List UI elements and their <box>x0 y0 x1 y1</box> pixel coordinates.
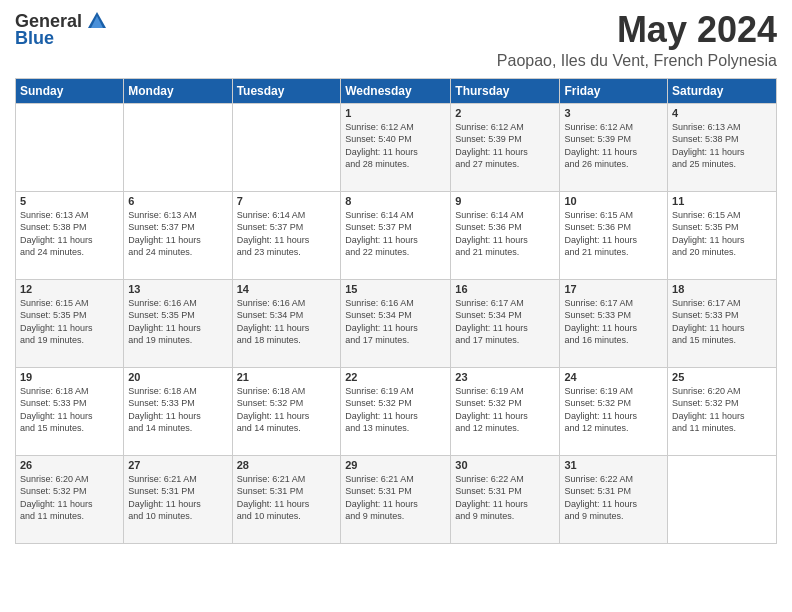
day-number: 19 <box>20 371 119 383</box>
calendar-cell: 10Sunrise: 6:15 AM Sunset: 5:36 PM Dayli… <box>560 191 668 279</box>
logo: General Blue <box>15 10 108 49</box>
calendar-week-0: 1Sunrise: 6:12 AM Sunset: 5:40 PM Daylig… <box>16 103 777 191</box>
header-monday: Monday <box>124 78 232 103</box>
day-info: Sunrise: 6:14 AM Sunset: 5:37 PM Dayligh… <box>345 209 446 259</box>
calendar-cell: 13Sunrise: 6:16 AM Sunset: 5:35 PM Dayli… <box>124 279 232 367</box>
day-info: Sunrise: 6:20 AM Sunset: 5:32 PM Dayligh… <box>672 385 772 435</box>
calendar-header-row: Sunday Monday Tuesday Wednesday Thursday… <box>16 78 777 103</box>
calendar-cell: 20Sunrise: 6:18 AM Sunset: 5:33 PM Dayli… <box>124 367 232 455</box>
day-info: Sunrise: 6:19 AM Sunset: 5:32 PM Dayligh… <box>564 385 663 435</box>
calendar-cell: 7Sunrise: 6:14 AM Sunset: 5:37 PM Daylig… <box>232 191 341 279</box>
logo-icon <box>86 10 108 32</box>
day-info: Sunrise: 6:17 AM Sunset: 5:33 PM Dayligh… <box>564 297 663 347</box>
month-title: May 2024 <box>497 10 777 50</box>
day-info: Sunrise: 6:15 AM Sunset: 5:35 PM Dayligh… <box>20 297 119 347</box>
calendar-cell: 29Sunrise: 6:21 AM Sunset: 5:31 PM Dayli… <box>341 455 451 543</box>
day-info: Sunrise: 6:18 AM Sunset: 5:32 PM Dayligh… <box>237 385 337 435</box>
day-info: Sunrise: 6:18 AM Sunset: 5:33 PM Dayligh… <box>20 385 119 435</box>
header-sunday: Sunday <box>16 78 124 103</box>
day-number: 7 <box>237 195 337 207</box>
header-friday: Friday <box>560 78 668 103</box>
day-info: Sunrise: 6:13 AM Sunset: 5:38 PM Dayligh… <box>20 209 119 259</box>
title-section: May 2024 Paopao, Iles du Vent, French Po… <box>497 10 777 70</box>
day-info: Sunrise: 6:21 AM Sunset: 5:31 PM Dayligh… <box>128 473 227 523</box>
day-number: 29 <box>345 459 446 471</box>
day-info: Sunrise: 6:16 AM Sunset: 5:34 PM Dayligh… <box>237 297 337 347</box>
header-saturday: Saturday <box>668 78 777 103</box>
day-number: 4 <box>672 107 772 119</box>
calendar-cell: 30Sunrise: 6:22 AM Sunset: 5:31 PM Dayli… <box>451 455 560 543</box>
calendar-cell: 12Sunrise: 6:15 AM Sunset: 5:35 PM Dayli… <box>16 279 124 367</box>
day-info: Sunrise: 6:16 AM Sunset: 5:35 PM Dayligh… <box>128 297 227 347</box>
day-info: Sunrise: 6:17 AM Sunset: 5:34 PM Dayligh… <box>455 297 555 347</box>
day-number: 21 <box>237 371 337 383</box>
day-number: 10 <box>564 195 663 207</box>
calendar-cell: 16Sunrise: 6:17 AM Sunset: 5:34 PM Dayli… <box>451 279 560 367</box>
calendar-cell <box>232 103 341 191</box>
calendar-cell: 24Sunrise: 6:19 AM Sunset: 5:32 PM Dayli… <box>560 367 668 455</box>
calendar-week-2: 12Sunrise: 6:15 AM Sunset: 5:35 PM Dayli… <box>16 279 777 367</box>
calendar: Sunday Monday Tuesday Wednesday Thursday… <box>15 78 777 544</box>
day-info: Sunrise: 6:15 AM Sunset: 5:36 PM Dayligh… <box>564 209 663 259</box>
calendar-cell: 14Sunrise: 6:16 AM Sunset: 5:34 PM Dayli… <box>232 279 341 367</box>
header-thursday: Thursday <box>451 78 560 103</box>
day-info: Sunrise: 6:20 AM Sunset: 5:32 PM Dayligh… <box>20 473 119 523</box>
day-info: Sunrise: 6:13 AM Sunset: 5:38 PM Dayligh… <box>672 121 772 171</box>
day-number: 31 <box>564 459 663 471</box>
day-number: 5 <box>20 195 119 207</box>
day-number: 11 <box>672 195 772 207</box>
day-info: Sunrise: 6:12 AM Sunset: 5:39 PM Dayligh… <box>564 121 663 171</box>
calendar-week-4: 26Sunrise: 6:20 AM Sunset: 5:32 PM Dayli… <box>16 455 777 543</box>
day-number: 23 <box>455 371 555 383</box>
day-info: Sunrise: 6:19 AM Sunset: 5:32 PM Dayligh… <box>455 385 555 435</box>
header-tuesday: Tuesday <box>232 78 341 103</box>
day-number: 18 <box>672 283 772 295</box>
day-number: 13 <box>128 283 227 295</box>
calendar-cell: 27Sunrise: 6:21 AM Sunset: 5:31 PM Dayli… <box>124 455 232 543</box>
day-number: 28 <box>237 459 337 471</box>
calendar-cell: 26Sunrise: 6:20 AM Sunset: 5:32 PM Dayli… <box>16 455 124 543</box>
day-number: 2 <box>455 107 555 119</box>
day-info: Sunrise: 6:18 AM Sunset: 5:33 PM Dayligh… <box>128 385 227 435</box>
day-info: Sunrise: 6:14 AM Sunset: 5:36 PM Dayligh… <box>455 209 555 259</box>
calendar-cell: 6Sunrise: 6:13 AM Sunset: 5:37 PM Daylig… <box>124 191 232 279</box>
day-number: 24 <box>564 371 663 383</box>
page: General Blue May 2024 Paopao, Iles du Ve… <box>0 0 792 612</box>
day-number: 15 <box>345 283 446 295</box>
calendar-cell: 2Sunrise: 6:12 AM Sunset: 5:39 PM Daylig… <box>451 103 560 191</box>
day-number: 8 <box>345 195 446 207</box>
calendar-cell: 18Sunrise: 6:17 AM Sunset: 5:33 PM Dayli… <box>668 279 777 367</box>
location: Paopao, Iles du Vent, French Polynesia <box>497 52 777 70</box>
day-number: 25 <box>672 371 772 383</box>
day-number: 27 <box>128 459 227 471</box>
calendar-cell: 31Sunrise: 6:22 AM Sunset: 5:31 PM Dayli… <box>560 455 668 543</box>
calendar-cell: 17Sunrise: 6:17 AM Sunset: 5:33 PM Dayli… <box>560 279 668 367</box>
header: General Blue May 2024 Paopao, Iles du Ve… <box>15 10 777 70</box>
day-info: Sunrise: 6:14 AM Sunset: 5:37 PM Dayligh… <box>237 209 337 259</box>
day-info: Sunrise: 6:21 AM Sunset: 5:31 PM Dayligh… <box>237 473 337 523</box>
calendar-week-3: 19Sunrise: 6:18 AM Sunset: 5:33 PM Dayli… <box>16 367 777 455</box>
calendar-cell: 23Sunrise: 6:19 AM Sunset: 5:32 PM Dayli… <box>451 367 560 455</box>
day-info: Sunrise: 6:13 AM Sunset: 5:37 PM Dayligh… <box>128 209 227 259</box>
calendar-cell: 8Sunrise: 6:14 AM Sunset: 5:37 PM Daylig… <box>341 191 451 279</box>
calendar-cell <box>668 455 777 543</box>
day-info: Sunrise: 6:19 AM Sunset: 5:32 PM Dayligh… <box>345 385 446 435</box>
calendar-cell: 19Sunrise: 6:18 AM Sunset: 5:33 PM Dayli… <box>16 367 124 455</box>
day-number: 14 <box>237 283 337 295</box>
logo-blue: Blue <box>15 28 54 49</box>
day-number: 17 <box>564 283 663 295</box>
calendar-cell: 5Sunrise: 6:13 AM Sunset: 5:38 PM Daylig… <box>16 191 124 279</box>
calendar-cell: 28Sunrise: 6:21 AM Sunset: 5:31 PM Dayli… <box>232 455 341 543</box>
day-number: 3 <box>564 107 663 119</box>
day-info: Sunrise: 6:17 AM Sunset: 5:33 PM Dayligh… <box>672 297 772 347</box>
day-number: 16 <box>455 283 555 295</box>
calendar-cell: 1Sunrise: 6:12 AM Sunset: 5:40 PM Daylig… <box>341 103 451 191</box>
day-number: 30 <box>455 459 555 471</box>
calendar-cell: 3Sunrise: 6:12 AM Sunset: 5:39 PM Daylig… <box>560 103 668 191</box>
calendar-cell: 22Sunrise: 6:19 AM Sunset: 5:32 PM Dayli… <box>341 367 451 455</box>
calendar-cell: 21Sunrise: 6:18 AM Sunset: 5:32 PM Dayli… <box>232 367 341 455</box>
day-number: 26 <box>20 459 119 471</box>
calendar-cell <box>16 103 124 191</box>
day-number: 12 <box>20 283 119 295</box>
day-number: 6 <box>128 195 227 207</box>
